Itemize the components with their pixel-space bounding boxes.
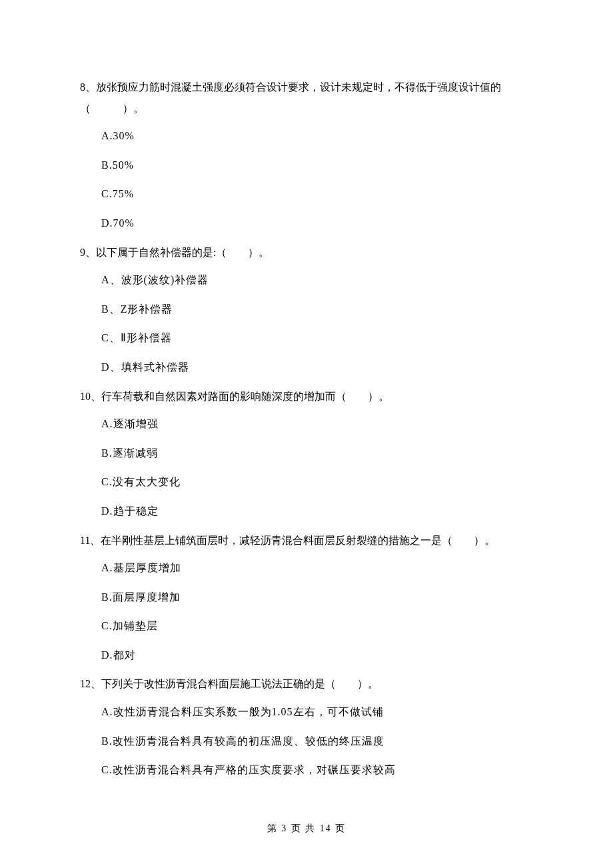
page-footer: 第 3 页 共 14 页 [0,821,613,836]
question-stem: 12、下列关于改性沥青混合料面层施工说法正确的是（ ）。 [80,675,535,693]
option-a: A、波形(波纹)补偿器 [101,271,535,289]
options-group: A、波形(波纹)补偿器 B、Z形补偿器 C、Ⅱ形补偿器 D、填料式补偿器 [80,271,535,375]
options-group: A.逐渐增强 B.逐渐减弱 C.没有太大变化 D.趋于稳定 [80,415,535,519]
options-group: A.改性沥青混合料压实系数一般为1.05左右，可不做试铺 B.改性沥青混合料具有… [80,703,535,779]
option-c: C、Ⅱ形补偿器 [101,329,535,347]
option-d: D.趋于稳定 [101,503,535,520]
question-10: 10、行车荷载和自然因素对路面的影响随深度的增加而（ ）。 A.逐渐增强 B.逐… [80,388,535,520]
option-c: C.加铺垫层 [101,617,535,635]
option-a: A.30% [101,127,535,145]
question-stem: 9、以下属于自然补偿器的是:（ ）。 [80,244,535,261]
option-c: C.没有太大变化 [101,473,535,491]
question-8: 8、放张预应力筋时混凝土强度必须符合设计要求，设计未规定时，不得低于强度设计值的… [80,79,535,232]
question-stem: 8、放张预应力筋时混凝土强度必须符合设计要求，设计未规定时，不得低于强度设计值的 [80,79,535,96]
options-group: A.30% B.50% C.75% D.70% [80,127,535,231]
question-text-a: 以下属于自然补偿器的是:（ ）。 [96,247,269,258]
option-a: A.改性沥青混合料压实系数一般为1.05左右，可不做试铺 [101,703,535,721]
question-number: 12、 [80,678,101,689]
question-11: 11、在半刚性基层上铺筑面层时，减轻沥青混合料面层反射裂缝的措施之一是（ ）。 … [80,532,535,664]
option-d: D.都对 [101,647,535,664]
question-9: 9、以下属于自然补偿器的是:（ ）。 A、波形(波纹)补偿器 B、Z形补偿器 C… [80,244,535,376]
question-number: 11、 [80,535,101,546]
option-b: B.50% [101,157,535,174]
options-group: A.基层厚度增加 B.面层厚度增加 C.加铺垫层 D.都对 [80,559,535,663]
question-number: 9、 [80,247,96,258]
option-b: B.逐渐减弱 [101,445,535,462]
option-c: C.改性沥青混合料具有严格的压实度要求，对碾压要求较高 [101,761,535,779]
option-a: A.逐渐增强 [101,415,535,433]
option-b: B.改性沥青混合料具有较高的初压温度、较低的终压温度 [101,733,535,750]
question-stem: 10、行车荷载和自然因素对路面的影响随深度的增加而（ ）。 [80,388,535,405]
question-number: 8、 [80,81,96,93]
question-text-a: 放张预应力筋时混凝土强度必须符合设计要求，设计未规定时，不得低于强度设计值的 [96,81,501,93]
question-number: 10、 [80,391,101,402]
option-d: D.70% [101,215,535,232]
option-a: A.基层厚度增加 [101,559,535,577]
option-b: B.面层厚度增加 [101,589,535,606]
question-text-a: 在半刚性基层上铺筑面层时，减轻沥青混合料面层反射裂缝的措施之一是（ ）。 [101,535,495,546]
option-b: B、Z形补偿器 [101,301,535,318]
page-content: 8、放张预应力筋时混凝土强度必须符合设计要求，设计未规定时，不得低于强度设计值的… [0,0,613,779]
question-stem: 11、在半刚性基层上铺筑面层时，减轻沥青混合料面层反射裂缝的措施之一是（ ）。 [80,532,535,549]
option-c: C.75% [101,185,535,203]
question-12: 12、下列关于改性沥青混合料面层施工说法正确的是（ ）。 A.改性沥青混合料压实… [80,675,535,778]
question-text-a: 下列关于改性沥青混合料面层施工说法正确的是（ ）。 [101,678,378,689]
option-d: D、填料式补偿器 [101,359,535,376]
question-text-a: 行车荷载和自然因素对路面的影响随深度的增加而（ ）。 [101,391,389,402]
question-text-b: （ ）。 [80,100,535,117]
